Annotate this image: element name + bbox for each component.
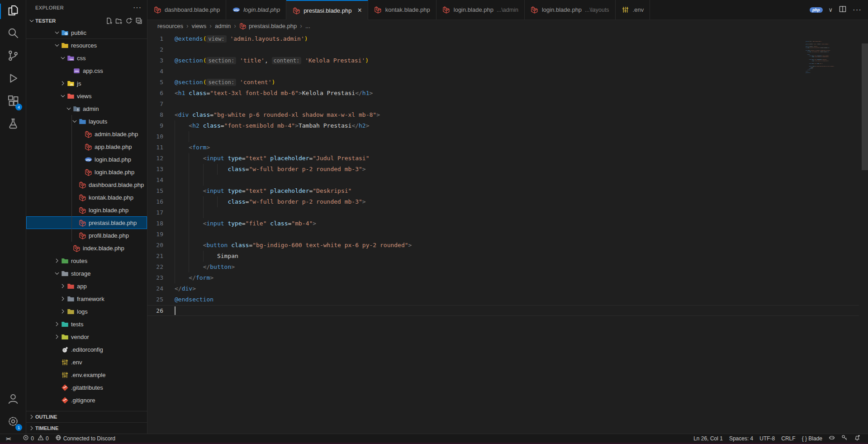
code-line-10: 10 [147, 131, 859, 142]
activity-run-debug-button[interactable] [0, 68, 26, 91]
status-copilot[interactable] [825, 434, 838, 443]
new-folder-button[interactable] [114, 16, 123, 25]
tab-.env[interactable]: .env [616, 0, 650, 19]
explorer-more-actions-button[interactable]: ··· [133, 4, 142, 12]
chevron-down-icon[interactable]: ∨ [829, 6, 833, 13]
breadcrumb-item-resources[interactable]: resources [157, 23, 183, 29]
tab-prestasi.blade.php[interactable]: prestasi.blade.php× [286, 0, 368, 20]
explorer-title: EXPLORER [35, 5, 64, 10]
tree-item-index.blade.php[interactable]: index.blade.php [26, 242, 147, 254]
tree-item-views[interactable]: views [26, 90, 147, 102]
tree-item-prestasi.blade.php[interactable]: prestasi.blade.php [26, 216, 147, 229]
tree-item-js[interactable]: JSjs [26, 77, 147, 90]
tree-item-.gitattributes[interactable]: .gitattributes [26, 381, 147, 394]
tree-item-kontak.blade.php[interactable]: kontak.blade.php [26, 191, 147, 204]
breadcrumb-item-prestasi.blade.php[interactable]: prestasi.blade.php [239, 22, 297, 29]
refresh-button[interactable] [124, 16, 133, 25]
activity-account-button[interactable] [0, 388, 26, 411]
tree-item-dashboard.blade.php[interactable]: dashboard.blade.php [26, 178, 147, 191]
tree-item-app.css[interactable]: cssapp.css [26, 64, 147, 77]
routes-folder-icon [61, 257, 69, 265]
status-notifications[interactable] [851, 434, 863, 443]
status-key[interactable] [838, 434, 851, 443]
tree-item-.editorconfig[interactable]: .editorconfig [26, 343, 147, 356]
tree-item-login.blad.php[interactable]: phplogin.blad.php [26, 153, 147, 166]
tab-login.blad.php[interactable]: phplogin.blad.php [226, 0, 286, 19]
tree-item-routes[interactable]: routes [26, 254, 147, 267]
timeline-section-header[interactable]: TIMELINE [26, 422, 147, 434]
chevron-right-icon [59, 282, 66, 290]
php-file-icon: php [232, 6, 240, 14]
outline-section-header[interactable]: OUTLINE [26, 411, 147, 422]
tab-dashboard.blade.php[interactable]: dashboard.blade.php [147, 0, 226, 19]
status-indentation[interactable]: Spaces: 4 [726, 434, 756, 443]
code-editor[interactable]: 1@extends(view: 'admin.layouts.admin')23… [147, 32, 868, 434]
status-encoding[interactable]: UTF-8 [756, 434, 778, 443]
code-line-18: 18 <input type="file" class="mb-4"> [147, 218, 859, 229]
extensions-badge: 4 [15, 104, 22, 110]
chevron-right-icon [28, 413, 35, 420]
activity-search-button[interactable] [0, 23, 26, 45]
tree-item-storage[interactable]: storage [26, 267, 147, 280]
split-editor-button[interactable] [839, 5, 847, 15]
tree-item-tests[interactable]: tests [26, 318, 147, 330]
tree-item-app[interactable]: app [26, 280, 147, 292]
activity-extensions-button[interactable]: 4 [0, 91, 26, 113]
tree-item-.env.example[interactable]: .env.example [26, 368, 147, 381]
close-icon[interactable]: × [357, 7, 361, 14]
code-line-17: 17 [147, 207, 859, 218]
status-eol[interactable]: CRLF [778, 434, 798, 443]
code-line-3: 3@section(section: 'title', content: 'Ke… [147, 55, 859, 66]
tree-item-admin.blade.php[interactable]: admin.blade.php [26, 128, 147, 140]
tab-kontak.blade.php[interactable]: kontak.blade.php [368, 0, 436, 19]
svg-text:css: css [74, 70, 78, 72]
collapse-folders-button[interactable] [134, 16, 143, 25]
breadcrumb-item-views[interactable]: views [192, 23, 207, 29]
status-cursor-position[interactable]: Ln 26, Col 1 [690, 434, 726, 443]
tree-item-framework[interactable]: framework [26, 292, 147, 305]
tree-item-label: storage [71, 270, 90, 277]
more-actions-button[interactable]: ··· [853, 5, 862, 14]
tree-item-.gitignore[interactable]: .gitignore [26, 394, 147, 406]
tree-item-.env[interactable]: .env [26, 356, 147, 368]
breadcrumb-item-admin[interactable]: admin [215, 23, 231, 29]
tree-item-resources[interactable]: resources [26, 39, 147, 52]
tree-item-public[interactable]: public [26, 26, 147, 39]
line-number: 11 [147, 142, 175, 153]
tree-item-admin[interactable]: admin [26, 102, 147, 115]
tree-item-login.blade.php[interactable]: login.blade.php [26, 166, 147, 178]
activity-settings-button[interactable]: 1 [0, 411, 26, 434]
status-discord-status[interactable]: Connected to Discord [52, 434, 119, 443]
activity-testing-button[interactable] [0, 113, 26, 136]
tree-item-label: logs [77, 308, 88, 315]
tree-item-profil.blade.php[interactable]: profil.blade.php [26, 229, 147, 242]
text-cursor [175, 306, 175, 315]
tree-item-app.blade.php[interactable]: app.blade.php [26, 140, 147, 153]
tab-label: kontak.blade.php [385, 6, 430, 13]
tree-item-vendor[interactable]: vendor [26, 330, 147, 343]
app-folder-icon [66, 282, 75, 290]
tree-item-login.blade.php[interactable]: login.blade.php [26, 204, 147, 216]
testing-icon [7, 118, 19, 131]
status-remote-indicator[interactable]: >< [3, 434, 19, 443]
scrollbar-thumb[interactable] [862, 43, 868, 170]
tree-item-label: app.blade.php [95, 143, 132, 150]
breadcrumb-item-...[interactable]: ... [305, 23, 310, 29]
activity-source-control-button[interactable] [0, 45, 26, 68]
breadcrumb-separator: › [186, 22, 189, 29]
tree-item-layouts[interactable]: layouts [26, 115, 147, 128]
activity-bar: 41 [0, 0, 26, 434]
tree-item-css[interactable]: csscss [26, 52, 147, 64]
tab-login.blade.php-layouts[interactable]: login.blade.php...\layouts [525, 0, 616, 19]
breadcrumb: resources›views›admin›prestasi.blade.php… [147, 20, 868, 32]
tab-login.blade.php-admin[interactable]: login.blade.php...\admin [436, 0, 525, 19]
new-file-button[interactable] [104, 16, 114, 25]
project-root-row[interactable]: TESTER [26, 15, 147, 26]
status-problems[interactable]: 00 [19, 434, 52, 443]
status-language-mode[interactable]: { } Blade [799, 434, 825, 443]
git-file-icon [61, 396, 69, 404]
tree-item-logs[interactable]: logs [26, 305, 147, 318]
activity-explorer-button[interactable] [0, 0, 26, 23]
svg-text:JS: JS [70, 83, 73, 86]
php-version-badge[interactable]: php [810, 7, 823, 13]
